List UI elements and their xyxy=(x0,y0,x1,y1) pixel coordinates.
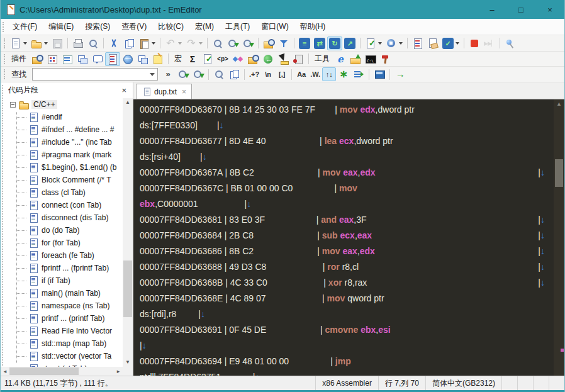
snippet-item[interactable]: do (do Tab) xyxy=(4,224,123,237)
scroll-right-icon[interactable]: ▸ xyxy=(114,367,123,376)
select-tool-button[interactable] xyxy=(276,52,291,66)
menu-item[interactable]: 查看(V) xyxy=(116,19,152,35)
scroll-left-icon[interactable]: ◂ xyxy=(1,367,9,376)
sidebar-close-icon[interactable]: × xyxy=(119,86,129,95)
wrap-by-window-button[interactable]: ↻ xyxy=(327,36,342,50)
menu-item[interactable]: 编辑(E) xyxy=(43,19,79,35)
save-file-button[interactable] xyxy=(50,36,65,50)
markers-button[interactable] xyxy=(105,52,120,66)
dropdown-arrow-icon[interactable] xyxy=(44,42,48,45)
explorer-button[interactable] xyxy=(60,52,75,66)
menu-item[interactable]: 窗口(W) xyxy=(255,19,294,35)
play-macro-button[interactable] xyxy=(425,36,440,50)
macros-button[interactable]: ✓ xyxy=(440,36,461,50)
snippet-item[interactable]: for (for Tab) xyxy=(4,237,123,249)
menubar-grip[interactable] xyxy=(3,22,4,32)
status-cursor-position[interactable]: 行 7,列 70 xyxy=(378,376,425,390)
snippet-item[interactable]: foreach (fe Tab) xyxy=(4,249,123,262)
snippet-item[interactable]: Block Comment (/* T xyxy=(4,174,123,186)
editor-line[interactable]: ntdll.7FF84DD63751 |↓ xyxy=(140,369,554,376)
print-button[interactable] xyxy=(70,36,86,50)
snippet-item[interactable]: fprintf ... (fprintf Tab) xyxy=(4,262,123,274)
projects-button[interactable] xyxy=(135,52,150,66)
snippet-item[interactable]: #endif xyxy=(4,111,123,123)
wrap-by-characters-button[interactable]: ⇄ xyxy=(312,36,327,50)
find-previous-button[interactable] xyxy=(191,67,206,81)
open-documents-button[interactable] xyxy=(75,52,90,66)
copy-results-button[interactable] xyxy=(227,67,242,81)
editor-line[interactable]: 00007FF84DD63677 | 8D 4E 40 | lea ecx,dw… xyxy=(140,133,554,149)
menu-item[interactable]: 搜索(S) xyxy=(79,19,116,35)
undo-button[interactable]: ↶ xyxy=(163,36,184,50)
status-encoding[interactable]: 简体中文(GB2312) xyxy=(425,376,501,390)
toolbar-find-grip[interactable] xyxy=(4,69,5,79)
open-file-button[interactable] xyxy=(29,36,50,50)
editor-line[interactable]: 00007FF84DD63688 | 49 D3 C8 | ror r8,cl|… xyxy=(140,259,554,275)
command-prompt-button[interactable] xyxy=(363,52,378,66)
snippet-item[interactable]: std::vector (vector Ta xyxy=(4,350,123,362)
sidebar-hscroll-thumb[interactable] xyxy=(9,367,79,375)
snippet-item[interactable]: $1.begin(), $1.end() (b xyxy=(4,161,123,174)
sidebar-vscroll-thumb[interactable] xyxy=(123,260,132,317)
validate-button[interactable] xyxy=(200,52,215,66)
menu-item[interactable]: 工具(T) xyxy=(220,19,255,35)
tab-dup-txt[interactable]: dup.txt × xyxy=(136,84,192,99)
match-case-button[interactable]: Aa xyxy=(294,67,308,81)
snippet-item[interactable]: class (cl Tab) xyxy=(4,186,123,199)
playback-button[interactable]: ▶▶▏ xyxy=(482,36,497,50)
filter-button[interactable] xyxy=(276,36,291,50)
record-macro-button[interactable] xyxy=(410,36,425,50)
editor-line[interactable]: ds:[rdi],r8 |↓ xyxy=(140,306,554,322)
snippet-item[interactable]: main() (main Tab) xyxy=(4,287,123,300)
paste-button[interactable] xyxy=(137,36,157,50)
sidebar-horizontal-scrollbar[interactable]: ◂ ▸ xyxy=(1,367,133,376)
outline-plugin-button[interactable] xyxy=(90,52,105,66)
scroll-down-icon[interactable]: ▼ xyxy=(123,358,133,367)
compare-button[interactable] xyxy=(291,52,306,66)
snippet-item[interactable]: namespace (ns Tab) xyxy=(4,300,123,312)
find-input[interactable] xyxy=(33,69,147,80)
snippet-item[interactable]: #include "..." (inc Tab xyxy=(4,136,123,148)
find-combobox[interactable] xyxy=(32,68,158,81)
editor-scroll-up-icon[interactable]: ▲ xyxy=(554,101,564,107)
search-folder-button[interactable] xyxy=(261,36,276,50)
whole-word-button[interactable]: .W. xyxy=(308,67,322,81)
wrap-by-page-button[interactable]: ↗ xyxy=(342,36,357,50)
dropdown-arrow-icon[interactable] xyxy=(199,42,203,45)
editor-vscroll-thumb[interactable] xyxy=(555,159,563,187)
tree-root-cpp[interactable]: C/C++ xyxy=(4,98,123,111)
highlight-all-button[interactable] xyxy=(211,67,227,81)
open-folder-tool-button[interactable] xyxy=(348,52,363,66)
web-preview-button[interactable] xyxy=(120,52,135,66)
menu-item[interactable]: 文件(F) xyxy=(7,19,43,35)
editor-line[interactable]: |↓ xyxy=(140,338,554,354)
sort-button[interactable] xyxy=(230,52,245,66)
toolbar-overflow-button[interactable]: » xyxy=(160,67,176,81)
snippet-item[interactable]: #pragma mark (mark xyxy=(4,148,123,161)
new-file-button[interactable] xyxy=(8,36,29,50)
editor-line[interactable]: 00007FF84DD63694 | E9 48 01 00 00 | jmp xyxy=(140,354,554,369)
editor-line[interactable]: 00007FF84DD63681 | 83 E0 3F | and eax,3F… xyxy=(140,212,554,228)
toolbar-plugins-grip[interactable] xyxy=(4,54,5,64)
editor-line[interactable]: 00007FF84DD6368E | 4C 89 07 | mov qword … xyxy=(140,291,554,306)
snippet-item[interactable]: disconnect (dis Tab) xyxy=(4,211,123,224)
range-toggle-button[interactable]: [,] xyxy=(275,67,289,81)
dropdown-arrow-icon[interactable] xyxy=(152,42,155,45)
editor-line[interactable]: 00007FF84DD6368B | 4C 33 C0 | xor r8,rax… xyxy=(140,275,554,291)
editor-line[interactable]: ds:[rsi+40] |↓ xyxy=(140,149,554,165)
tab-close-icon[interactable]: × xyxy=(182,87,186,96)
menu-item[interactable]: 比较(C) xyxy=(152,19,189,35)
dropdown-arrow-icon[interactable] xyxy=(178,42,182,45)
copy-button[interactable] xyxy=(121,36,137,50)
editor-line[interactable]: 00007FF84DD63686 | 8B C2 | mov eax,edx|↓ xyxy=(140,244,554,259)
snippet-item[interactable]: if (if Tab) xyxy=(4,274,123,287)
snippet-item[interactable]: std::map (map Tab) xyxy=(4,337,123,350)
minimize-button[interactable]: – xyxy=(478,0,506,19)
toolbar-main-grip[interactable] xyxy=(4,38,5,48)
editor-content[interactable]: 00007FF84DD63670 | 8B 14 25 30 03 FE 7F … xyxy=(133,99,554,376)
pin-button[interactable] xyxy=(503,36,518,50)
scroll-up-icon[interactable]: ▲ xyxy=(123,98,133,107)
editor-line[interactable]: ds:[7FFE0330] |↓ xyxy=(140,118,554,133)
editor-line[interactable]: 00007FF84DD6367C | BB 01 00 00 C0 | mov xyxy=(140,181,554,196)
jump-next-button[interactable]: → xyxy=(393,67,408,81)
